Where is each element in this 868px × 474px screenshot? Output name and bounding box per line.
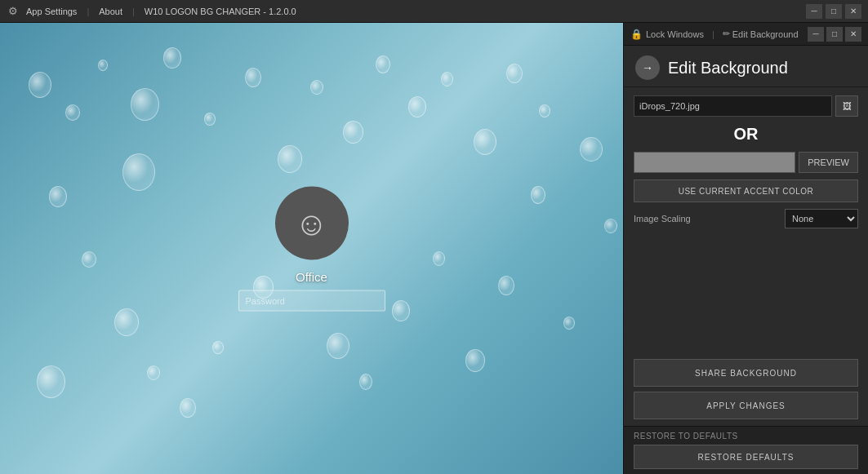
color-row: PREVIEW: [634, 152, 858, 173]
right-body: → Edit Background 🖼 OR PREVIEW USE C: [624, 46, 868, 474]
app-settings-link[interactable]: App Settings: [26, 7, 77, 16]
color-swatch[interactable]: [634, 152, 795, 173]
right-close-button[interactable]: ✕: [845, 27, 861, 42]
scaling-row: Image Scaling NoneFillFitStretchCenterSp…: [634, 209, 858, 228]
main-title-bar: ⚙ App Settings | About | W10 LOGON BG CH…: [0, 0, 868, 23]
water-drop: [82, 251, 96, 268]
preview-button[interactable]: PREVIEW: [799, 152, 858, 173]
water-drop: [539, 104, 550, 117]
water-drop: [49, 186, 67, 207]
login-overlay: ☺ Office: [238, 186, 385, 311]
main-content: ☺ Office 🔒 Lock Windows | ✏ Edit Backgro…: [0, 23, 868, 474]
sep2: |: [132, 7, 135, 16]
app-icon: ⚙: [7, 5, 20, 18]
user-name: Office: [296, 269, 327, 283]
edit-bg-header: → Edit Background: [624, 46, 868, 87]
water-drop: [392, 300, 410, 321]
avatar-circle: ☺: [275, 186, 349, 259]
water-drop: [506, 64, 523, 83]
minimize-button[interactable]: ─: [806, 4, 822, 19]
file-input[interactable]: [634, 95, 832, 117]
browse-button[interactable]: 🖼: [835, 95, 858, 117]
water-drop: [563, 317, 575, 330]
lock-icon: 🔒: [630, 29, 643, 40]
user-icon: ☺: [295, 206, 328, 239]
water-drop: [408, 96, 426, 117]
password-input[interactable]: [238, 290, 385, 311]
water-drop: [212, 341, 224, 354]
right-content: 🖼 OR PREVIEW USE CURRENT ACCENT COLOR Im…: [624, 87, 868, 352]
accent-color-button[interactable]: USE CURRENT ACCENT COLOR: [634, 179, 858, 202]
right-maximize-button[interactable]: □: [826, 27, 843, 42]
scaling-label: Image Scaling: [634, 214, 778, 224]
spacer: [634, 235, 858, 344]
sep1: |: [87, 7, 89, 16]
back-button[interactable]: →: [635, 55, 660, 80]
right-title-bar: 🔒 Lock Windows | ✏ Edit Background ─ □ ✕: [624, 23, 868, 46]
water-drop: [114, 308, 139, 336]
water-drop: [343, 121, 363, 144]
edit-bg-title: Edit Background: [668, 59, 788, 78]
apply-changes-button[interactable]: APPLY CHANGES: [634, 392, 858, 419]
restore-section: RESTORE TO DEFAULTS RESTORE DEFAULTS: [624, 426, 868, 474]
water-drop: [122, 153, 155, 191]
restore-defaults-button[interactable]: RESTORE DEFAULTS: [634, 445, 858, 469]
water-drop: [245, 68, 261, 87]
water-drop: [580, 137, 603, 162]
restore-to-defaults-label: RESTORE TO DEFAULTS: [634, 432, 858, 441]
water-drop: [37, 365, 65, 398]
app-title: W10 LOGON BG CHANGER - 1.2.0.0: [145, 7, 296, 16]
water-drop: [498, 276, 514, 295]
right-panel: 🔒 Lock Windows | ✏ Edit Background ─ □ ✕…: [623, 23, 868, 474]
share-background-button[interactable]: SHARE BACKGROUND: [634, 359, 858, 387]
water-drop: [376, 55, 390, 73]
water-drop: [327, 333, 349, 359]
water-drop: [131, 88, 159, 121]
water-drop: [204, 113, 216, 126]
water-drop: [147, 365, 160, 380]
water-drop: [359, 374, 372, 390]
water-drop: [310, 80, 323, 95]
water-drop: [531, 186, 545, 204]
edit-bg-label: Edit Background: [732, 29, 799, 39]
water-drop: [98, 60, 108, 71]
water-drop: [278, 145, 302, 173]
water-drop: [163, 47, 181, 69]
right-minimize-button[interactable]: ─: [808, 27, 824, 42]
water-drop: [465, 349, 485, 372]
water-drop: [180, 398, 196, 418]
about-link[interactable]: About: [99, 7, 122, 16]
water-drop: [474, 129, 496, 155]
edit-background-link[interactable]: ✏ Edit Background: [723, 29, 799, 39]
preview-panel: ☺ Office: [0, 23, 623, 474]
maximize-button[interactable]: □: [826, 4, 842, 19]
scaling-select[interactable]: NoneFillFitStretchCenterSpan: [785, 209, 858, 228]
lock-windows-item[interactable]: 🔒 Lock Windows: [630, 29, 704, 40]
file-row: 🖼: [634, 95, 858, 117]
or-label: OR: [634, 125, 858, 144]
water-drop: [604, 219, 617, 233]
right-sep: |: [712, 29, 714, 39]
close-button[interactable]: ✕: [845, 4, 861, 19]
water-drop: [441, 72, 453, 86]
water-drop: [433, 251, 445, 266]
bottom-section: SHARE BACKGROUND APPLY CHANGES: [624, 352, 868, 426]
water-drop: [29, 72, 51, 98]
water-drop: [65, 104, 80, 121]
lock-windows-label: Lock Windows: [646, 29, 704, 39]
edit-icon: ✏: [723, 29, 730, 39]
